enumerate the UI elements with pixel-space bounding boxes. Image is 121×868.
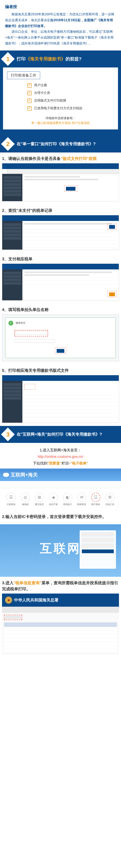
step-2-3: 3、支付相应税单 [0, 253, 121, 304]
highlighted-permission [64, 185, 77, 192]
section-2-header: 2 在"单一窗口"如何打印《海关专用缴款书》? [0, 135, 121, 153]
step-2-5: 5、打印相应海关专用缴款书版式文件 [0, 364, 121, 426]
service-icon: ☰ [7, 493, 16, 502]
login-input[interactable] [82, 544, 114, 548]
service-item[interactable]: ✉新闻资讯 [75, 493, 89, 506]
highlighted-menu [4, 615, 22, 620]
service-icon: ◎ [21, 493, 30, 502]
step-title: 3、支付相应税单 [2, 256, 119, 262]
login-input[interactable] [82, 532, 114, 536]
step-title: 2、查找"未支付"的税单记录 [2, 208, 119, 214]
gov-site-title: 中华人民共和国海关总署 [14, 597, 58, 603]
step-2-2: 2、查找"未支付"的税单记录 [0, 205, 121, 253]
login-form[interactable] [80, 530, 116, 569]
step-title: 2.输入当前IC卡密码登录，首次登录需要下载并安装控件。 [2, 514, 119, 520]
section-3-title: 在"互联网+海关"如何打印《海关专用缴款书》? [17, 432, 102, 437]
section-number-badge: 1 [1, 52, 15, 66]
step-2-4: 4、填写税单抬头单位名称 税单支付 [0, 304, 121, 364]
cloud-icon [3, 473, 9, 477]
check-icon [27, 83, 32, 88]
editor-note-para1: 根据海关总署2018年第169号公告规定：为优化口岸营商环境，进一步降低企业通关… [5, 11, 116, 29]
editor-note-para2: 进出口企业、单位，以海关电子缴税方式缴纳税款后，可以通过"互联网+海关"一体化网… [5, 29, 116, 46]
national-emblem-icon [5, 596, 12, 603]
success-icon [8, 321, 13, 326]
step-title: 4、填写税单抬头单位名称 [2, 307, 119, 313]
screenshot-mock: 税单支付 [2, 314, 119, 361]
step-2-1: 1、请确认当前操作员卡是否具备"版式文件打印"权限 [0, 153, 121, 205]
prep-footer: 详细操作流程请参阅： 单一窗口标准版税费支付系统-用户注册流程 [7, 116, 114, 125]
prep-item: 用户注册 [27, 83, 114, 88]
prep-work-section: 打印前准备工作 用户注册 办理卡介质 启用版式文件打印权限 已使用电子税费支付方… [0, 67, 121, 135]
step-title: 1、请确认当前操作员卡是否具备"版式文件打印"权限 [2, 155, 119, 161]
check-icon [27, 91, 32, 95]
prep-item: 办理卡介质 [27, 91, 114, 95]
section-2-title: 在"单一窗口"如何打印《海关专用缴款书》? [17, 141, 95, 147]
service-item[interactable]: ◎减免税 [18, 493, 32, 506]
highlighted-input [14, 330, 48, 337]
service-item[interactable]: ⊞通关状态 [32, 493, 46, 506]
customs-gov-mock: 中华人民共和国海关总署 [2, 593, 119, 655]
section-1-title: 打印《海关专用缴款书》的前提? [17, 56, 81, 62]
green-panel: 税单支付 [5, 317, 116, 358]
service-item[interactable]: ☰行政审批 [4, 493, 18, 506]
service-icon: ✉ [77, 493, 86, 502]
section-number-badge: 3 [1, 428, 15, 441]
service-icons-grid: ☰行政审批 ◎减免税 ⊞通关状态 ◈知识产权 ◐查询统计 ✉新闻资讯 ☳电子税单… [0, 488, 121, 510]
service-icon: ⊞ [35, 493, 44, 502]
tax-form-icon: ☳ [91, 493, 100, 502]
portal-logo: 互联网+海关 [3, 471, 118, 478]
screenshot-mock [2, 163, 119, 202]
service-item[interactable]: ◐查询统计 [61, 493, 75, 506]
service-item[interactable]: ◈知识产权 [46, 493, 61, 506]
step-title: 5、打印相应海关专用缴款书版式文件 [2, 367, 119, 373]
service-icon: ⚙ [106, 493, 115, 502]
section-3-header: 3 在"互联网+海关"如何打印《海关专用缴款书》? [0, 426, 121, 443]
editor-note: 编者按 根据海关总署2018年第169号公告规定：为优化口岸营商环境，进一步降低… [0, 0, 121, 51]
check-icon [27, 106, 32, 111]
screenshot-mock [2, 375, 119, 423]
prep-item: 已使用电子税费支付方式支付税款 [27, 106, 114, 111]
check-icon [27, 98, 32, 103]
section-number-badge: 2 [1, 137, 15, 151]
section3-intro: 1.进入互联网+海关首页： http://online.customs.gov.… [0, 443, 121, 468]
service-icon: ◈ [49, 493, 58, 502]
editor-note-title: 编者按 [5, 4, 116, 9]
step-3-3: 3.进入"税单信息查询"菜单，查询所需税单信息并按系统提示指引完成税单打印。 中… [0, 577, 121, 658]
prep-item: 启用版式文件打印权限 [27, 98, 114, 103]
section-1-header: 1 打印《海关专用缴款书》的前提? [0, 51, 121, 67]
login-button[interactable] [82, 549, 114, 553]
screenshot-mock [2, 264, 119, 301]
prep-checklist: 用户注册 办理卡介质 启用版式文件打印权限 已使用电子税费支付方式支付税款 [7, 83, 114, 111]
service-item-highlighted[interactable]: ☳电子税单 [89, 493, 103, 506]
login-input[interactable] [82, 538, 114, 542]
screenshot-mock [2, 215, 119, 250]
mock-sidebar [2, 174, 23, 201]
internet-customs-portal: 互联网+海关 ☰行政审批 ◎减免税 ⊞通关状态 ◈知识产权 ◐查询统计 ✉新闻资… [0, 468, 121, 510]
service-item[interactable]: ⚙其他工具 [103, 493, 117, 506]
login-banner: ✈ 互联网 [0, 524, 121, 577]
customs-url: http://online.customs.gov.cn/ [3, 454, 118, 460]
prep-work-title: 打印前准备工作 [7, 71, 40, 79]
step-3-2: 2.输入当前IC卡密码登录，首次登录需要下载并安装控件。 [0, 510, 121, 524]
step-title: 3.进入"税单信息查询"菜单，查询所需税单信息并按系统提示指引完成税单打印。 [2, 580, 119, 592]
service-icon: ◐ [63, 493, 72, 502]
